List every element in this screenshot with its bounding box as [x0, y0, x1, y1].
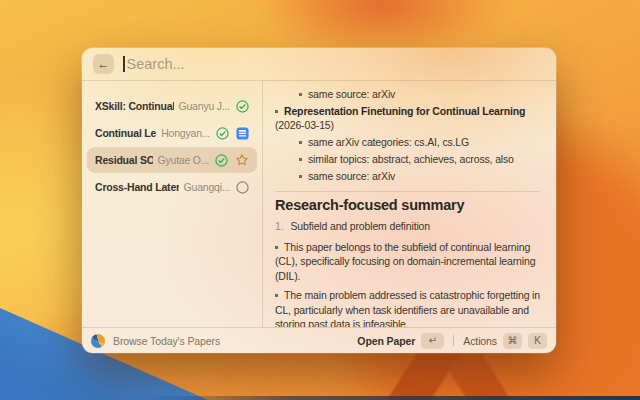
list-item-crosshand[interactable]: Cross-Hand Latent R... Guangqi... — [87, 174, 257, 200]
empty-circle-icon — [236, 181, 249, 194]
numbered-item-1: 1.Subfield and problem definition — [275, 219, 540, 234]
related-bullet: same arXiv categories: cs.AI, cs.LG — [299, 135, 540, 150]
related-bullet: similar topics: abstract, achieves, acro… — [299, 152, 540, 167]
search-placeholder: Search... — [127, 56, 185, 72]
paper-author: Guangqi... — [184, 181, 230, 193]
text-caret — [123, 56, 125, 72]
paper-title: XSkill: Continual Lear... — [95, 100, 174, 112]
main-content: XSkill: Continual Lear... Guanyu J... Co… — [82, 81, 556, 327]
paper-title: Continual Learni... — [95, 127, 156, 139]
paper-title: Cross-Hand Latent R... — [95, 181, 179, 193]
related-paper-title: Representation Finetuning for Continual … — [284, 105, 525, 117]
detail-panel: same source: arXiv Representation Finetu… — [263, 81, 556, 327]
paper-author: Gyutae O... — [158, 154, 210, 166]
bullet-icon — [275, 294, 278, 297]
list-item-xskill[interactable]: XSkill: Continual Lear... Guanyu J... — [87, 93, 257, 119]
launcher-window: ← Search... XSkill: Continual Lear... Gu… — [82, 48, 556, 353]
list-item-residual-selected[interactable]: Residual SODAP... Gyutae O... — [87, 147, 257, 173]
footer-context-label: Browse Today's Papers — [113, 335, 220, 347]
results-sidebar: XSkill: Continual Lear... Guanyu J... Co… — [82, 81, 263, 327]
k-keycap: K — [528, 333, 547, 349]
command-keycap: ⌘ — [503, 333, 522, 349]
check-circle-icon — [216, 127, 229, 140]
open-paper-button[interactable]: Open Paper — [357, 335, 415, 347]
bullet-icon — [299, 93, 302, 96]
bullet-icon — [299, 158, 302, 161]
section-divider — [275, 191, 540, 192]
star-icon — [235, 153, 249, 167]
app-logo-icon — [91, 334, 105, 348]
wallpaper-navy-strip — [140, 396, 640, 400]
paper-author: Guanyu J... — [179, 100, 231, 112]
return-keycap: ↵ — [421, 333, 444, 349]
search-input[interactable]: Search... — [123, 48, 545, 80]
related-bullet: same source: arXiv — [299, 87, 540, 102]
item-number: 1. — [275, 220, 283, 232]
bullet-icon — [299, 141, 302, 144]
paper-author: Hongyan... — [161, 127, 210, 139]
summary-paragraph: The main problem addressed is catastroph… — [275, 288, 540, 327]
bullet-icon — [299, 175, 302, 178]
search-header: ← Search... — [82, 48, 556, 81]
summary-paragraph: This paper belongs to the subfield of co… — [275, 240, 540, 284]
footer-divider — [453, 335, 454, 346]
footer-bar: Browse Today's Papers Open Paper ↵ Actio… — [82, 327, 556, 353]
related-bullet: same source: arXiv — [299, 169, 540, 184]
bullet-icon — [275, 110, 278, 113]
list-item-continual[interactable]: Continual Learni... Hongyan... — [87, 120, 257, 146]
back-button[interactable]: ← — [93, 54, 114, 74]
arrow-left-icon: ← — [98, 57, 110, 71]
summary-heading: Research-focused summary — [275, 198, 540, 213]
related-paper-date: (2026-03-15) — [275, 119, 334, 131]
notes-badge-icon — [236, 127, 249, 140]
bullet-icon — [275, 246, 278, 249]
check-circle-icon — [236, 100, 249, 113]
paper-title: Residual SODAP... — [95, 154, 153, 166]
check-circle-icon — [215, 154, 228, 167]
actions-button[interactable]: Actions — [463, 335, 497, 347]
related-paper-item: Representation Finetuning for Continual … — [275, 104, 540, 133]
